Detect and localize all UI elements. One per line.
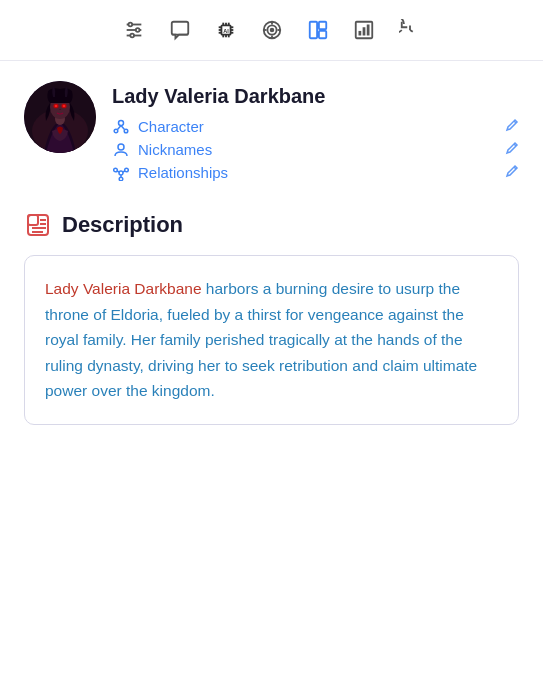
desc-body-text: harbors a burning desire to usurp the th… — [45, 280, 477, 399]
description-section-icon — [24, 211, 52, 239]
svg-point-57 — [125, 168, 129, 172]
nicknames-icon — [112, 142, 130, 158]
target-icon[interactable] — [258, 16, 286, 44]
svg-rect-30 — [318, 31, 325, 38]
character-link[interactable]: Character — [112, 118, 204, 135]
description-box: Lady Valeria Darkbane harbors a burning … — [24, 255, 519, 425]
svg-point-48 — [114, 129, 118, 133]
character-icon — [112, 119, 130, 135]
svg-point-47 — [119, 120, 124, 125]
svg-point-55 — [119, 171, 123, 175]
svg-point-56 — [114, 168, 118, 172]
ai-chip-icon[interactable]: AI — [212, 16, 240, 44]
relationships-row: Relationships — [112, 164, 519, 181]
chat-icon[interactable] — [166, 16, 194, 44]
character-edit-icon[interactable] — [505, 118, 519, 135]
svg-point-45 — [53, 103, 60, 109]
relationships-edit-icon[interactable] — [505, 164, 519, 181]
avatar — [24, 81, 96, 153]
svg-point-3 — [128, 23, 132, 27]
profile-info: Lady Valeria Darkbane Character — [112, 81, 519, 181]
chart-icon[interactable] — [350, 16, 378, 44]
svg-line-50 — [118, 125, 122, 129]
description-section: Description Lady Valeria Darkbane harbor… — [0, 191, 543, 449]
svg-point-49 — [124, 129, 128, 133]
profile-links: Character — [112, 118, 519, 181]
svg-point-53 — [118, 144, 124, 150]
svg-point-4 — [135, 28, 139, 32]
settings-icon[interactable] — [120, 16, 148, 44]
svg-rect-34 — [366, 25, 369, 36]
svg-rect-6 — [171, 22, 188, 35]
toolbar: AI — [0, 0, 543, 61]
svg-rect-28 — [309, 22, 316, 39]
history-icon[interactable] — [396, 16, 424, 44]
svg-rect-29 — [318, 22, 325, 29]
nicknames-edit-icon[interactable] — [505, 141, 519, 158]
desc-name-highlight: Lady Valeria Darkbane — [45, 280, 206, 297]
layout-icon[interactable] — [304, 16, 332, 44]
nicknames-link[interactable]: Nicknames — [112, 141, 212, 158]
description-header: Description — [24, 211, 519, 239]
profile-section: Lady Valeria Darkbane Character — [0, 61, 543, 191]
svg-point-5 — [130, 34, 134, 38]
description-title: Description — [62, 212, 183, 238]
character-label: Character — [138, 118, 204, 135]
svg-rect-33 — [362, 27, 365, 35]
svg-line-60 — [123, 171, 125, 172]
svg-point-46 — [61, 103, 68, 109]
svg-line-51 — [121, 125, 125, 129]
nicknames-row: Nicknames — [112, 141, 519, 158]
character-row: Character — [112, 118, 519, 135]
svg-text:AI: AI — [223, 28, 229, 34]
svg-point-23 — [270, 29, 273, 32]
svg-line-59 — [117, 171, 119, 172]
nicknames-label: Nicknames — [138, 141, 212, 158]
profile-name: Lady Valeria Darkbane — [112, 85, 519, 108]
relationships-link[interactable]: Relationships — [112, 164, 228, 181]
svg-rect-32 — [358, 31, 361, 36]
relationships-label: Relationships — [138, 164, 228, 181]
relationships-icon — [112, 165, 130, 181]
description-text: Lady Valeria Darkbane harbors a burning … — [45, 276, 498, 404]
svg-point-58 — [119, 177, 123, 181]
svg-line-36 — [410, 30, 413, 32]
